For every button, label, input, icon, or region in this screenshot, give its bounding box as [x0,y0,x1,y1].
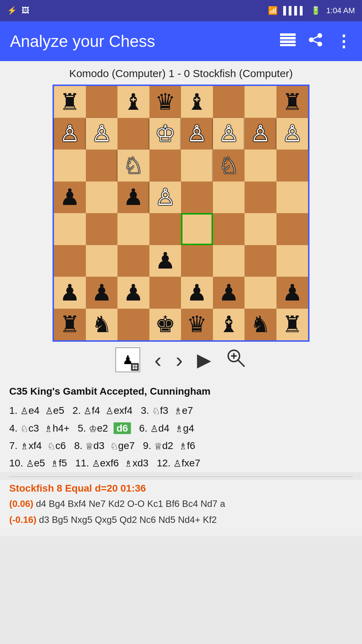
cell-4-5[interactable] [213,213,245,245]
svg-line-14 [238,360,245,367]
cell-1-6[interactable]: ♙ [245,118,276,150]
cell-7-5[interactable]: ♝ [213,309,245,341]
cell-4-4[interactable] [181,213,213,245]
cell-6-3[interactable] [149,277,181,309]
cell-4-0[interactable] [54,213,86,245]
cell-0-6[interactable] [245,86,276,118]
cell-6-1[interactable]: ♟ [86,277,118,309]
cell-7-2[interactable] [117,309,149,341]
cell-3-7[interactable] [276,182,308,213]
cell-5-4[interactable] [181,245,213,277]
divider [9,476,353,477]
cell-2-6[interactable] [245,150,276,182]
engine-moves-1: d3 Bg5 Nxg5 Qxg5 Qd2 Nc6 Nd5 Nd4+ Kf2 [39,514,217,525]
cell-5-0[interactable] [54,245,86,277]
cell-2-4[interactable] [181,150,213,182]
app-bar: Analyze your Chess ⋮ [0,21,362,61]
cell-0-7[interactable]: ♜ [276,86,308,118]
svg-point-6 [318,42,322,46]
moves-text: 1. ♙e4 ♙e5 2. ♙f4 ♙exf4 3. ♘f3 ♗e74. ♘c3… [9,402,353,472]
share-icon[interactable] [308,33,323,50]
cell-4-6[interactable] [245,213,276,245]
cell-7-0[interactable]: ♜ [54,309,86,341]
cell-0-1[interactable] [86,86,118,118]
cell-4-2[interactable] [117,213,149,245]
svg-rect-10 [135,365,137,367]
svg-line-8 [313,41,318,43]
next-button[interactable]: › [176,348,183,372]
signal-icon: ▌▌▌▌ [283,6,305,15]
app-title: Analyze your Chess [10,32,155,51]
cell-5-5[interactable] [213,245,245,277]
cell-2-2[interactable]: ♘ [117,150,149,182]
cell-6-7[interactable]: ♟ [276,277,308,309]
cell-2-5[interactable]: ♘ [213,150,245,182]
cell-2-7[interactable] [276,150,308,182]
cell-7-3[interactable]: ♚ [149,309,181,341]
board-container: ♜♝♛♝♜♙♙♔♙♙♙♙♘♘♟♟♙♟♟♟♟♟♟♟♜♞♚♛♝♞♜ [0,82,362,342]
cell-2-1[interactable] [86,150,118,182]
svg-rect-9 [133,365,135,367]
svg-point-4 [318,34,322,37]
cell-6-2[interactable]: ♟ [117,277,149,309]
cell-0-5[interactable] [213,86,245,118]
cell-0-4[interactable]: ♝ [181,86,213,118]
cell-6-0[interactable]: ♟ [54,277,86,309]
clock: 1:04 AM [326,6,355,15]
more-vertical-icon[interactable]: ⋮ [335,32,352,51]
status-bar: ⚡ 🖼 📶 ▌▌▌▌ 🔋 1:04 AM [0,0,362,21]
cell-3-0[interactable]: ♟ [54,182,86,213]
cell-4-7[interactable] [276,213,308,245]
cell-5-1[interactable] [86,245,118,277]
cell-5-7[interactable] [276,245,308,277]
cell-7-1[interactable]: ♞ [86,309,118,341]
cell-6-5[interactable]: ♟ [213,277,245,309]
board-view-button[interactable]: ♟ [115,347,140,372]
cell-5-3[interactable]: ♟ [149,245,181,277]
cell-1-0[interactable]: ♙ [54,118,86,150]
prev-button[interactable]: ‹ [154,348,161,372]
chess-board: ♜♝♛♝♜♙♙♔♙♙♙♙♘♘♟♟♙♟♟♟♟♟♟♟♜♞♚♛♝♞♜ [53,85,309,342]
engine-section: Stockfish 8 Equal d=20 01:36 (0.06) d4 B… [0,480,362,536]
cell-7-4[interactable]: ♛ [181,309,213,341]
cell-3-4[interactable] [181,182,213,213]
controls: ♟ ‹ › ▶ [0,342,362,378]
svg-line-7 [313,37,318,39]
cell-3-1[interactable] [86,182,118,213]
cell-3-5[interactable] [213,182,245,213]
cell-7-6[interactable]: ♞ [245,309,276,341]
cell-4-1[interactable] [86,213,118,245]
cell-7-7[interactable]: ♜ [276,309,308,341]
cell-0-3[interactable]: ♛ [149,86,181,118]
cell-1-7[interactable]: ♙ [276,118,308,150]
game-result: Komodo (Computer) 1 - 0 Stockfish (Compu… [69,67,293,79]
cell-1-2[interactable] [117,118,149,150]
cell-5-6[interactable] [245,245,276,277]
battery-icon: 🔋 [311,6,320,15]
list-view-icon[interactable] [280,33,296,49]
cell-1-1[interactable]: ♙ [86,118,118,150]
cell-6-4[interactable]: ♟ [181,277,213,309]
zoom-button[interactable] [225,347,247,372]
cell-0-0[interactable]: ♜ [54,86,86,118]
cell-1-3[interactable]: ♔ [149,118,181,150]
cell-1-5[interactable]: ♙ [213,118,245,150]
game-info: Komodo (Computer) 1 - 0 Stockfish (Compu… [0,61,362,82]
cell-5-2[interactable] [117,245,149,277]
engine-header: Stockfish 8 Equal d=20 01:36 [9,483,353,494]
cell-2-3[interactable] [149,150,181,182]
cell-3-3[interactable]: ♙ [149,182,181,213]
svg-rect-3 [280,44,296,46]
image-icon: 🖼 [22,6,29,15]
move-section: C35 King's Gambit Accepted, Cunningham 1… [0,378,362,472]
cell-4-3[interactable] [149,213,181,245]
cell-6-6[interactable] [245,277,276,309]
cell-1-4[interactable]: ♙ [181,118,213,150]
svg-rect-11 [133,367,135,369]
cell-3-2[interactable]: ♟ [117,182,149,213]
engine-lines: (0.06) d4 Bg4 Bxf4 Ne7 Kd2 O-O Kc1 Bf6 B… [9,497,353,527]
cell-0-2[interactable]: ♝ [117,86,149,118]
play-button[interactable]: ▶ [197,349,211,370]
cell-2-0[interactable] [54,150,86,182]
cell-3-6[interactable] [245,182,276,213]
